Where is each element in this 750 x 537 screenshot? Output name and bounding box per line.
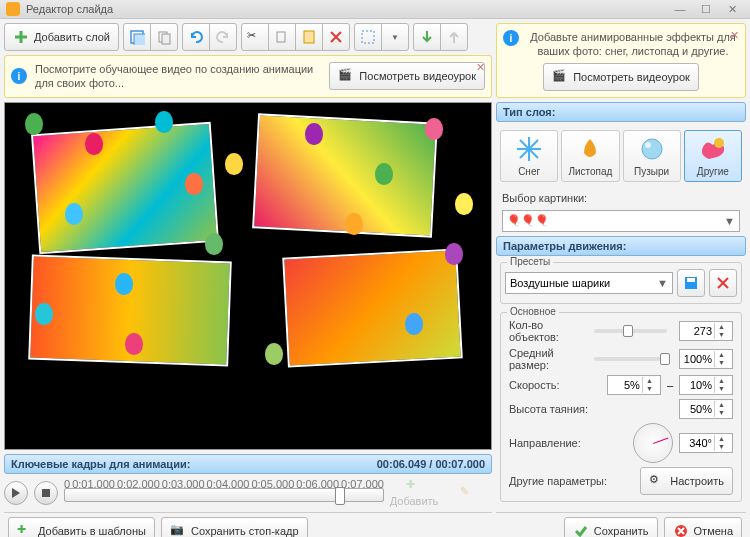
watch-tutorial-button[interactable]: 🎬 Посмотреть видеоурок [329, 62, 485, 90]
copy-icon [156, 29, 172, 45]
direction-dial[interactable] [633, 423, 673, 463]
tick-label: 0:04.000 [207, 478, 250, 488]
hint-text: Посмотрите обучающее видео по созданию а… [35, 62, 321, 91]
preview-canvas[interactable] [4, 102, 492, 450]
cancel-icon [673, 523, 689, 537]
tick-label: 0:01.000 [72, 478, 115, 488]
layer-type-label: Другие [697, 166, 729, 177]
watch-tutorial-right-button[interactable]: 🎬 Посмотреть видеоурок [543, 63, 699, 91]
svg-rect-7 [42, 489, 50, 497]
info-icon: i [11, 68, 27, 84]
avg-size-spinner[interactable]: ▲▼ [679, 349, 733, 369]
count-slider[interactable] [594, 329, 667, 333]
minimize-button[interactable]: — [668, 0, 692, 18]
gear-icon: ⚙ [649, 473, 665, 489]
save-label: Сохранить [594, 525, 649, 537]
window-title: Редактор слайда [26, 3, 666, 15]
count-label: Кол-во объектов: [509, 319, 582, 343]
chevron-down-icon: ▼ [724, 215, 735, 227]
cancel-button[interactable]: Отмена [664, 517, 742, 537]
play-button[interactable] [4, 481, 28, 505]
count-input[interactable] [680, 325, 714, 337]
plus-icon [13, 29, 29, 45]
main-toolbar: Добавить слой ✂ ▼ [4, 23, 492, 51]
clipboard-icon [301, 29, 317, 45]
count-spinner[interactable]: ▲▼ [679, 321, 733, 341]
app-icon [6, 2, 20, 16]
edit-keyframe-button[interactable]: ✎ [444, 485, 492, 501]
timeline-header: Ключевые кадры для анимации: 00:06.049 /… [4, 454, 492, 474]
svg-rect-4 [277, 32, 285, 42]
layer-type-2[interactable]: Пузыри [623, 130, 681, 182]
delete-icon [328, 29, 344, 45]
redo-button[interactable] [209, 23, 237, 51]
layer-type-1[interactable]: Листопад [561, 130, 619, 182]
melt-spinner[interactable]: ▲▼ [679, 399, 733, 419]
maximize-button[interactable]: ☐ [694, 0, 718, 18]
duplicate-icon [274, 29, 290, 45]
arrow-down-icon [419, 29, 435, 45]
avg-size-input[interactable] [680, 353, 714, 365]
svg-point-9 [645, 142, 651, 148]
tile-button[interactable] [123, 23, 151, 51]
delete-button[interactable] [322, 23, 350, 51]
balloon-preview: 🎈🎈🎈 [507, 214, 549, 227]
add-keyframe-button[interactable]: ✚ Добавить [390, 478, 438, 507]
layer-type-icon [515, 135, 543, 163]
layer-type-3[interactable]: Другие [684, 130, 742, 182]
fit-button[interactable] [354, 23, 382, 51]
save-preset-button[interactable] [677, 269, 705, 297]
direction-input[interactable] [680, 437, 714, 449]
speed-min-spinner[interactable]: ▲▼ [607, 375, 661, 395]
svg-point-8 [642, 139, 662, 159]
undo-icon [188, 29, 204, 45]
delete-preset-button[interactable] [709, 269, 737, 297]
floppy-icon [683, 275, 699, 291]
hint-close-button[interactable]: ✕ [473, 60, 487, 74]
timeline-track[interactable]: 00:01.0000:02.0000:03.0000:04.0000:05.00… [64, 478, 384, 508]
configure-button[interactable]: ⚙ Настроить [640, 467, 733, 495]
layer-type-0[interactable]: Снег [500, 130, 558, 182]
timeline-title: Ключевые кадры для анимации: [11, 458, 190, 470]
timeline-time: 00:06.049 / 00:07.000 [377, 458, 485, 470]
speed-max-input[interactable] [680, 379, 714, 391]
configure-label: Настроить [670, 475, 724, 487]
layer-type-icon [576, 135, 604, 163]
svg-rect-12 [687, 278, 695, 282]
tick-label: 0:07.000 [341, 478, 384, 488]
direction-label: Направление: [509, 437, 627, 449]
hint-right: i Добавьте анимированные эффекты для ваш… [496, 23, 746, 98]
pencil-icon: ✎ [460, 485, 476, 501]
move-up-button[interactable] [440, 23, 468, 51]
paste-button[interactable] [295, 23, 323, 51]
add-to-templates-button[interactable]: ✚ Добавить в шаблоны [8, 517, 155, 537]
plus-icon: ✚ [406, 478, 422, 494]
cut-button[interactable]: ✂ [241, 23, 269, 51]
copy-button[interactable] [268, 23, 296, 51]
speed-max-spinner[interactable]: ▲▼ [679, 375, 733, 395]
delete-icon [715, 275, 731, 291]
direction-spinner[interactable]: ▲▼ [679, 433, 733, 453]
stop-button[interactable] [34, 481, 58, 505]
copy-layer-button[interactable] [150, 23, 178, 51]
add-layer-button[interactable]: Добавить слой [4, 23, 119, 51]
chevron-down-icon: ▼ [657, 277, 668, 289]
layer-type-icon [699, 135, 727, 163]
layer-type-header: Тип слоя: [496, 102, 746, 122]
titlebar: Редактор слайда — ☐ ✕ [0, 0, 750, 19]
close-button[interactable]: ✕ [720, 0, 744, 18]
melt-input[interactable] [680, 403, 714, 415]
speed-min-input[interactable] [608, 379, 642, 391]
save-frame-button[interactable]: 📷 Сохранить стоп-кадр [161, 517, 308, 537]
image-picker[interactable]: 🎈🎈🎈 ▼ [502, 210, 740, 232]
avg-size-slider[interactable] [594, 357, 667, 361]
save-button[interactable]: Сохранить [564, 517, 658, 537]
move-down-button[interactable] [413, 23, 441, 51]
hint-right-close[interactable]: ✕ [727, 28, 741, 42]
add-templates-label: Добавить в шаблоны [38, 525, 146, 537]
fit-dropdown[interactable]: ▼ [381, 23, 409, 51]
playhead[interactable] [335, 487, 345, 505]
preset-select[interactable]: Воздушные шарики ▼ [505, 272, 673, 294]
undo-button[interactable] [182, 23, 210, 51]
add-layer-label: Добавить слой [34, 31, 110, 43]
